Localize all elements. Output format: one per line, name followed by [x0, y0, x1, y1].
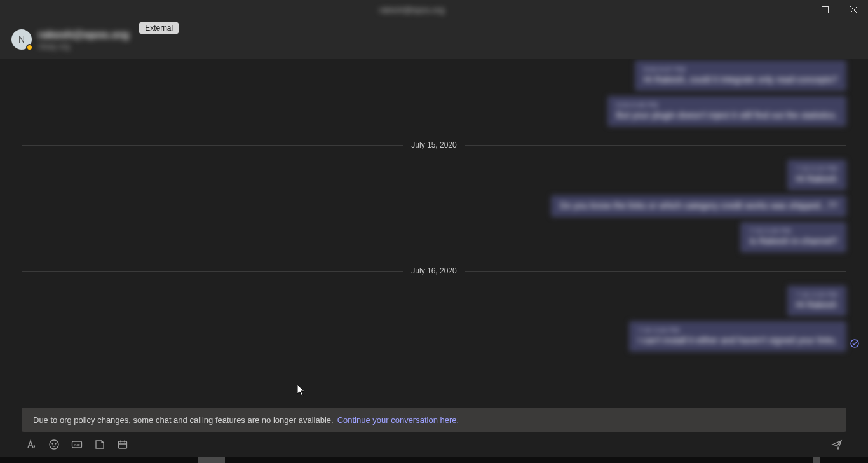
message-list: 9:54 8:47 PM Hi Rakesh, could it integra… — [22, 59, 846, 403]
date-divider: July 16, 2020 — [22, 266, 846, 275]
taskbar-segment — [813, 457, 820, 463]
notice-text: Due to org policy changes, some chat and… — [33, 415, 334, 425]
message-timestamp: 7:16 3:44 PM — [638, 326, 837, 334]
chat-header: N rakesh@epos.org Away org External — [0, 20, 868, 59]
read-receipt-icon — [850, 339, 859, 350]
schedule-meeting-icon[interactable] — [117, 439, 128, 450]
divider-line — [465, 271, 846, 272]
format-icon[interactable] — [25, 439, 37, 450]
continue-conversation-link[interactable]: Continue your conversation here. — [337, 415, 459, 425]
date-label: July 16, 2020 — [411, 266, 456, 275]
window-title: rakesh@epos.org — [379, 5, 445, 15]
sent-message[interactable]: 7:15 5:22 PM Hi Rakesh — [22, 160, 846, 190]
svg-rect-7 — [119, 441, 127, 448]
titlebar: rakesh@epos.org — [0, 0, 868, 20]
send-icon[interactable] — [831, 439, 843, 450]
avatar-initial: N — [18, 34, 25, 45]
minimize-button[interactable] — [782, 0, 811, 20]
date-divider: July 15, 2020 — [22, 141, 846, 149]
presence-away-icon — [26, 44, 33, 51]
svg-rect-0 — [822, 7, 829, 13]
compose-disabled-notice: Due to org policy changes, some chat and… — [22, 408, 846, 432]
close-button[interactable] — [839, 0, 868, 20]
date-label: July 15, 2020 — [411, 141, 456, 149]
message-text: Do you know the links or which category … — [560, 200, 837, 211]
svg-text:GIF: GIF — [74, 443, 80, 447]
message-text: Hi Rakesh, could it integrate only read-… — [644, 74, 837, 85]
titlebar-center: rakesh@epos.org — [41, 5, 782, 15]
contact-name: rakesh@epos.org — [38, 29, 129, 41]
emoji-icon[interactable] — [48, 439, 60, 450]
taskbar-segment — [198, 457, 225, 463]
svg-point-3 — [52, 443, 53, 444]
window-controls — [782, 0, 868, 20]
message-text: Is Rakesh in-channel? — [749, 236, 837, 246]
sticker-icon[interactable] — [94, 439, 105, 450]
external-badge: External — [139, 22, 179, 34]
compose-toolbar: GIF — [22, 432, 846, 457]
svg-point-4 — [55, 443, 56, 444]
sent-message[interactable]: 7:16 3:20 PM Hi Rakesh — [22, 286, 846, 316]
message-timestamp: 9:54 8:47 PM — [644, 66, 837, 73]
message-timestamp: 9:54 8:48 PM — [616, 101, 837, 109]
divider-line — [22, 271, 403, 272]
maximize-button[interactable] — [811, 0, 839, 20]
message-text: Hi Rakesh — [796, 300, 837, 310]
message-timestamp: 7:15 5:30 PM — [749, 227, 837, 235]
os-taskbar-peek — [0, 457, 868, 463]
chat-body: 9:54 8:47 PM Hi Rakesh, could it integra… — [0, 59, 868, 457]
message-text: Hi Rakesh — [796, 174, 837, 184]
sent-message[interactable]: Do you know the links or which category … — [22, 195, 846, 217]
message-text: I can't install it either and haven't si… — [638, 335, 837, 345]
sent-message[interactable]: 9:54 8:48 PM But your plugin doesn't inj… — [22, 96, 846, 127]
gif-icon[interactable]: GIF — [71, 439, 83, 450]
divider-line — [465, 145, 846, 146]
header-text: rakesh@epos.org Away org — [38, 29, 129, 51]
sent-message[interactable]: 7:15 5:30 PM Is Rakesh in-channel? — [22, 222, 846, 252]
contact-subtitle: Away org — [38, 42, 129, 51]
sent-message[interactable]: 7:16 3:44 PM I can't install it either a… — [22, 321, 846, 352]
message-timestamp: 7:16 3:20 PM — [796, 291, 837, 298]
avatar[interactable]: N — [11, 29, 32, 50]
message-timestamp: 7:15 5:22 PM — [796, 165, 837, 172]
message-text: But your plugin doesn't inject it still … — [616, 110, 837, 120]
divider-line — [22, 145, 403, 146]
svg-point-2 — [50, 440, 58, 449]
sent-message[interactable]: 9:54 8:47 PM Hi Rakesh, could it integra… — [22, 60, 846, 91]
